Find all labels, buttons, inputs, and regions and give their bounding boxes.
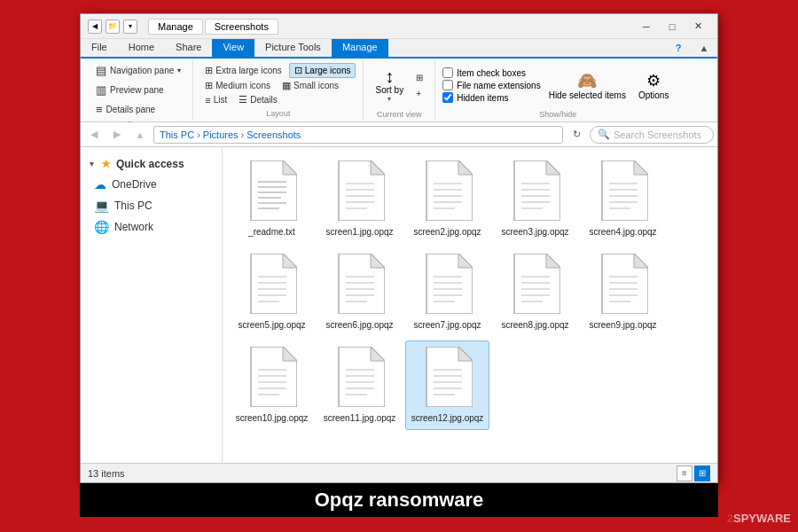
sidebar-item-thispc[interactable]: 💻 This PC xyxy=(81,195,222,216)
file-item[interactable]: screen11.jpg.opqz xyxy=(317,340,402,430)
maximize-button[interactable]: □ xyxy=(660,17,685,36)
tab-file[interactable]: File xyxy=(81,39,118,57)
file-icon xyxy=(421,254,474,317)
search-icon: 🔍 xyxy=(598,129,610,140)
add-col-icon: + xyxy=(416,89,421,98)
hidden-items-item[interactable]: Hidden items xyxy=(442,92,541,103)
tab-screenshots[interactable]: Screenshots xyxy=(205,19,278,35)
item-check-boxes-checkbox[interactable] xyxy=(442,67,453,78)
qat-down[interactable]: ▾ xyxy=(123,20,137,34)
file-item[interactable]: _readme.txt xyxy=(230,154,314,244)
sort-icon: ↕ xyxy=(385,67,394,85)
sidebar-item-onedrive[interactable]: ☁ OneDrive xyxy=(81,174,222,195)
file-item[interactable]: screen8.jpg.opqz xyxy=(493,247,577,337)
options-btn[interactable]: ⚙ Options xyxy=(634,62,673,108)
layout-row-2: ⊞ Medium icons ▦ Small icons xyxy=(200,79,356,92)
path-part-pictures[interactable]: Pictures xyxy=(203,129,239,140)
tab-view[interactable]: View xyxy=(212,39,254,57)
file-name-label: screen2.jpg.opqz xyxy=(413,227,481,238)
ribbon-collapse[interactable]: ▲ xyxy=(694,38,714,58)
show-hide-label: Show/hide xyxy=(442,108,673,119)
quick-access-icon: ★ xyxy=(101,158,111,170)
small-icon: ▦ xyxy=(282,80,291,91)
file-icon xyxy=(597,254,650,317)
quick-access-header[interactable]: ▼ ★ Quick access xyxy=(81,154,222,174)
file-item[interactable]: screen6.jpg.opqz xyxy=(317,247,402,337)
navigation-pane-btn[interactable]: ▤ Navigation pane ▾ xyxy=(91,62,185,79)
hide-selected-btn[interactable]: 🙈 Hide selected items xyxy=(544,62,630,108)
refresh-button[interactable]: ↻ xyxy=(567,125,586,145)
file-icon xyxy=(421,347,474,411)
tab-share[interactable]: Share xyxy=(165,39,212,57)
file-item[interactable]: screen3.jpg.opqz xyxy=(493,154,577,244)
onedrive-icon: ☁ xyxy=(94,177,106,192)
up-button[interactable]: ▲ xyxy=(130,125,150,145)
extra-large-icon: ⊞ xyxy=(205,65,213,76)
medium-icon: ⊞ xyxy=(205,80,213,91)
tab-picture-tools[interactable]: Picture Tools xyxy=(254,39,332,57)
details-btn[interactable]: ☰ Details xyxy=(234,93,282,106)
sort-dropdown-icon: ▾ xyxy=(387,95,391,103)
file-item[interactable]: screen2.jpg.opqz xyxy=(405,154,489,244)
medium-icons-btn[interactable]: ⊞ Medium icons xyxy=(200,79,275,92)
file-name-ext-item[interactable]: File name extensions xyxy=(442,80,541,90)
file-icon xyxy=(597,160,650,224)
file-item[interactable]: screen1.jpg.opqz xyxy=(317,154,402,244)
details-view-btn[interactable]: ≡ xyxy=(677,466,692,481)
extra-large-icons-btn[interactable]: ⊞ Extra large icons xyxy=(200,64,286,77)
path-part-thispc[interactable]: This PC xyxy=(160,129,194,140)
ribbon-tabs: File Home Share View Picture Tools Manag… xyxy=(81,39,717,59)
tab-manage-ribbon[interactable]: Manage xyxy=(332,39,388,57)
hidden-items-checkbox[interactable] xyxy=(442,92,453,103)
file-icon xyxy=(509,160,562,224)
quick-access-label: Quick access xyxy=(116,158,184,170)
tab-manage[interactable]: Manage xyxy=(148,19,203,35)
qat-folder[interactable]: 📁 xyxy=(106,20,120,34)
title-bar: ◀ 📁 ▾ Manage Screenshots ─ □ ✕ xyxy=(81,14,717,39)
minimize-button[interactable]: ─ xyxy=(634,17,659,36)
add-col-btn[interactable]: + xyxy=(411,87,427,100)
options-icon: ⚙ xyxy=(646,71,661,90)
file-name-label: screen6.jpg.opqz xyxy=(325,320,393,331)
tab-home[interactable]: Home xyxy=(118,39,165,57)
file-item[interactable]: screen5.jpg.opqz xyxy=(230,247,314,337)
file-item[interactable]: screen4.jpg.opqz xyxy=(581,154,665,244)
address-path[interactable]: This PC › Pictures › Screenshots xyxy=(153,126,563,144)
layout-row-1: ⊞ Extra large icons ⊡ Large icons xyxy=(200,63,356,78)
group-icon: ⊞ xyxy=(416,73,423,82)
close-button[interactable]: ✕ xyxy=(685,17,710,36)
small-icons-btn[interactable]: ▦ Small icons xyxy=(278,79,343,92)
title-tabs: Manage Screenshots xyxy=(148,19,278,35)
large-icon-view-btn[interactable]: ⊞ xyxy=(694,466,710,481)
sort-by-btn[interactable]: ↕ Sort by ▾ xyxy=(371,62,408,108)
layout-row-3: ≡ List ☰ Details xyxy=(200,93,356,106)
help-button[interactable]: ? xyxy=(666,38,691,58)
file-name-label: screen4.jpg.opqz xyxy=(589,227,656,238)
file-name-ext-checkbox[interactable] xyxy=(442,80,453,90)
group-by-btn[interactable]: ⊞ xyxy=(411,71,427,84)
item-check-boxes-item[interactable]: Item check boxes xyxy=(442,67,541,78)
list-btn[interactable]: ≡ List xyxy=(200,94,231,106)
address-bar: ◀ ▶ ▲ This PC › Pictures › Screenshots ↻… xyxy=(81,122,717,147)
path-part-screenshots[interactable]: Screenshots xyxy=(246,129,301,140)
path-sep-2: › xyxy=(241,129,245,140)
preview-pane-btn[interactable]: ▥ Preview pane xyxy=(91,82,185,98)
forward-button[interactable]: ▶ xyxy=(107,125,127,145)
back-button[interactable]: ◀ xyxy=(84,125,104,145)
file-item[interactable]: screen9.jpg.opqz xyxy=(581,247,665,337)
file-item[interactable]: screen7.jpg.opqz xyxy=(405,247,489,337)
sidebar-item-network[interactable]: 🌐 Network xyxy=(81,216,222,238)
qat-back[interactable]: ◀ xyxy=(88,20,102,34)
file-icon xyxy=(246,347,299,411)
search-box[interactable]: 🔍 Search Screenshots xyxy=(590,126,714,144)
file-item[interactable]: screen10.jpg.opqz xyxy=(230,340,314,430)
checkbox-col: Item check boxes File name extensions Hi… xyxy=(442,67,541,103)
details-pane-btn[interactable]: ≡ Details pane xyxy=(91,101,185,118)
sidebar: ▼ ★ Quick access ☁ OneDrive 💻 This PC 🌐 … xyxy=(81,147,223,463)
large-icons-btn[interactable]: ⊡ Large icons xyxy=(289,63,356,78)
file-icon xyxy=(246,254,299,317)
layout-label: Layout xyxy=(200,107,356,118)
nav-pane-dropdown-icon: ▾ xyxy=(177,66,181,74)
file-item[interactable]: screen12.jpg.opqz xyxy=(405,340,489,430)
file-icon xyxy=(246,160,299,224)
